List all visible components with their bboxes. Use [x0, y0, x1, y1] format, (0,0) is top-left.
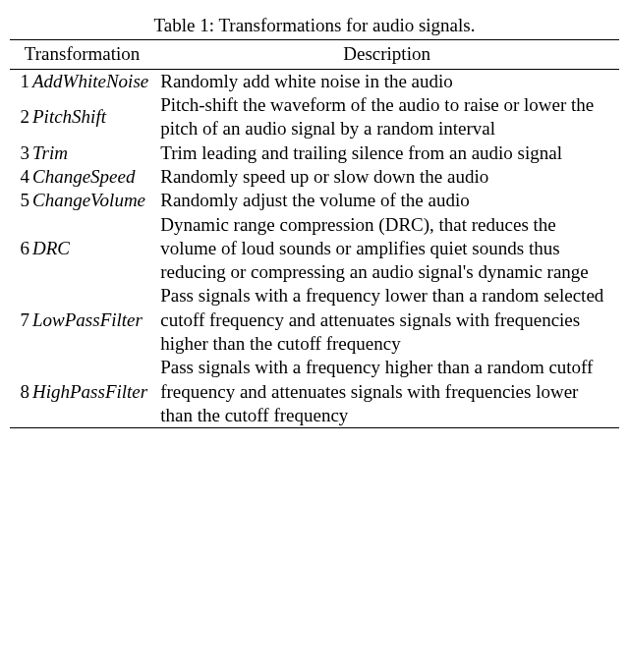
row-number: 1	[10, 69, 32, 93]
header-description: Description	[154, 40, 619, 69]
header-transformation: Transformation	[10, 40, 154, 69]
transformation-desc: Pass signals with a frequency higher tha…	[154, 356, 619, 427]
table-row: 3 Trim Trim leading and trailing silence…	[10, 141, 619, 165]
transformation-name: LowPassFilter	[32, 284, 154, 356]
transformation-name: DRC	[32, 213, 154, 285]
row-number: 7	[10, 284, 32, 356]
transformation-desc: Randomly add white noise in the audio	[154, 69, 619, 93]
row-number: 6	[10, 213, 32, 285]
transformation-desc: Pass signals with a frequency lower than…	[154, 284, 619, 356]
table-row: 7 LowPassFilter Pass signals with a freq…	[10, 284, 619, 356]
table-row: 2 PitchShift Pitch-shift the waveform of…	[10, 93, 619, 141]
row-number: 4	[10, 165, 32, 189]
row-number: 2	[10, 93, 32, 141]
transformation-name: Trim	[32, 141, 154, 165]
transformation-desc: Dynamic range compression (DRC), that re…	[154, 213, 619, 285]
table-header-row: Transformation Description	[10, 40, 619, 69]
transformation-desc: Randomly adjust the volume of the audio	[154, 189, 619, 212]
table-row: 5 ChangeVolume Randomly adjust the volum…	[10, 189, 619, 212]
row-number: 5	[10, 189, 32, 212]
transformation-name: AddWhiteNoise	[32, 69, 154, 93]
transformation-name: ChangeSpeed	[32, 165, 154, 189]
table-row: 4 ChangeSpeed Randomly speed up or slow …	[10, 165, 619, 189]
row-number: 3	[10, 141, 32, 165]
transformation-name: ChangeVolume	[32, 189, 154, 212]
table-row: 8 HighPassFilter Pass signals with a fre…	[10, 356, 619, 427]
table-caption: Table 1: Transformations for audio signa…	[10, 14, 619, 37]
transformation-desc: Trim leading and trailing silence from a…	[154, 141, 619, 165]
table-row: 1 AddWhiteNoise Randomly add white noise…	[10, 69, 619, 93]
transformation-name: HighPassFilter	[32, 356, 154, 427]
table-row: 6 DRC Dynamic range compression (DRC), t…	[10, 213, 619, 285]
transformation-desc: Randomly speed up or slow down the audio	[154, 165, 619, 189]
row-number: 8	[10, 356, 32, 427]
transformations-table: Transformation Description 1 AddWhiteNoi…	[10, 39, 619, 428]
transformation-name: PitchShift	[32, 93, 154, 141]
transformation-desc: Pitch-shift the waveform of the audio to…	[154, 93, 619, 141]
